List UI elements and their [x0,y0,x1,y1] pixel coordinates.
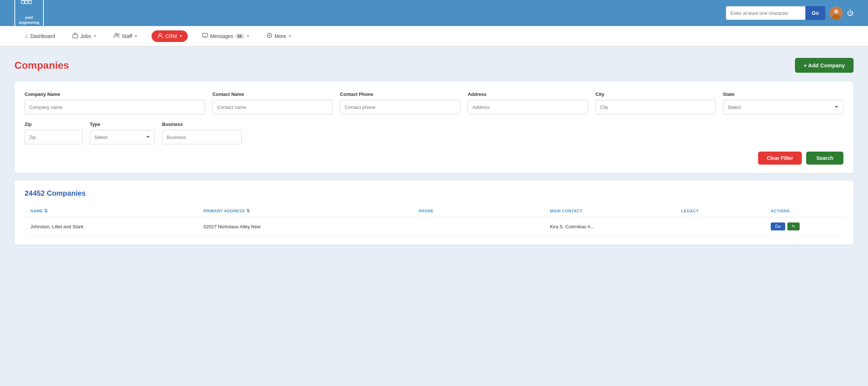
header: pool engineering inc. Go ⏻ [0,0,868,26]
add-company-button[interactable]: + Add Company [795,58,854,73]
zip-group: Zip [25,122,82,144]
nav-label-staff: Staff [122,33,132,39]
th-contact-label: MAIN CONTACT [550,209,582,213]
th-primary-address[interactable]: PRIMARY ADDRESS ⇅ [204,208,413,213]
search-button[interactable]: Search [806,152,843,165]
svg-point-11 [118,33,119,35]
power-icon[interactable]: ⏻ [847,9,854,17]
row-action-edit-button[interactable]: ✎ [787,222,800,230]
contact-phone-input[interactable] [340,100,460,114]
contact-name-group: Contact Name [212,92,333,114]
jobs-chevron-icon: ▾ [94,34,96,38]
td-main-contact: Kira S. Czernikau h... [550,224,675,229]
contact-phone-group: Contact Phone [340,92,460,114]
results-count: 24452 Companies [25,189,843,198]
dashboard-icon: ⌂ [25,33,28,39]
contact-name-label: Contact Name [212,92,333,97]
td-actions: Go ✎ [771,222,838,230]
filter-row-2: Zip Type Select Business [25,122,843,144]
header-search-input[interactable] [726,6,805,20]
row-action-go-button[interactable]: Go [771,222,785,230]
td-company-name: Johnston, Littel and Stark [30,224,198,229]
th-name[interactable]: NAME ⇅ [30,208,198,213]
state-label: State [723,92,843,97]
svg-rect-9 [73,34,78,38]
th-phone: PHONE [418,208,544,213]
company-name-group: Company Name [25,92,205,114]
nav-label-crm: CRM [165,33,177,39]
nav-item-more[interactable]: More ▾ [264,31,294,41]
th-main-contact: MAIN CONTACT [550,208,675,213]
results-card: 24452 Companies NAME ⇅ PRIMARY ADDRESS ⇅… [14,181,854,245]
company-name-label: Company Name [25,92,205,97]
avatar[interactable] [830,7,843,20]
address-input[interactable] [468,100,588,114]
nav-item-jobs[interactable]: Jobs ▾ [69,31,99,41]
table-row: Johnston, Littel and Stark 02027 Nichola… [25,217,843,236]
svg-rect-3 [21,1,24,4]
clear-filter-button[interactable]: Clear Filter [758,152,802,165]
logo-line2: engineering [19,21,39,25]
page-title: Companies [14,60,69,71]
logo: pool engineering inc. [14,0,44,33]
jobs-icon [72,33,78,40]
business-label: Business [162,122,242,127]
th-legacy: LEGACY [681,208,765,213]
messages-badge: 56 [235,34,244,39]
filter-row-1: Company Name Contact Name Contact Phone … [25,92,843,114]
nav-label-more: More [275,33,286,39]
td-primary-address: 02027 Nicholaus Alley New [204,224,413,229]
state-group: State Select [723,92,843,114]
header-right: Go ⏻ [726,6,854,20]
city-input[interactable] [595,100,716,114]
staff-icon [114,33,120,40]
th-address-label: PRIMARY ADDRESS [204,209,245,213]
address-label: Address [468,92,588,97]
business-input[interactable] [162,130,242,144]
business-group: Business [162,122,242,144]
th-actions: ACTIONS [771,208,838,213]
svg-point-15 [269,35,270,36]
city-group: City [595,92,716,114]
table-header: NAME ⇅ PRIMARY ADDRESS ⇅ PHONE MAIN CONT… [25,205,843,217]
th-name-label: NAME [30,209,43,213]
address-sort-icon: ⇅ [246,208,250,213]
type-select[interactable]: Select [90,130,155,144]
contact-name-input[interactable] [212,100,333,114]
svg-point-10 [115,33,117,35]
nav-bar: ⌂ Dashboard Jobs ▾ Staff ▾ [0,26,868,46]
nav-label-jobs: Jobs [80,33,91,39]
type-label: Type [90,122,155,127]
svg-rect-13 [203,33,208,37]
more-chevron-icon: ▾ [289,34,291,38]
nav-item-staff[interactable]: Staff ▾ [111,31,140,41]
th-actions-label: ACTIONS [771,209,790,213]
svg-rect-5 [29,1,31,4]
company-name-input[interactable] [25,100,205,114]
state-select[interactable]: Select [723,100,843,114]
go-button[interactable]: Go [805,6,825,20]
name-sort-icon: ⇅ [44,208,48,213]
zip-label: Zip [25,122,82,127]
nav-item-messages[interactable]: Messages 56 ▾ [199,31,252,41]
logo-line1: pool [25,16,33,20]
contact-phone-label: Contact Phone [340,92,460,97]
staff-chevron-icon: ▾ [135,34,137,38]
messages-chevron-icon: ▾ [247,34,249,38]
svg-rect-4 [25,1,28,4]
svg-point-7 [834,9,838,14]
more-icon [267,33,272,40]
nav-item-crm[interactable]: CRM ▾ [152,30,188,42]
messages-icon [202,33,208,40]
th-phone-label: PHONE [418,209,434,213]
logo-line3: inc. [26,26,32,30]
zip-input[interactable] [25,130,82,144]
page-header: Companies + Add Company [14,58,854,73]
nav-label-messages: Messages [210,33,233,39]
nav-label-dashboard: Dashboard [30,33,55,39]
page-content: Companies + Add Company Company Name Con… [0,46,868,256]
crm-icon [157,33,163,40]
type-group: Type Select [90,122,155,144]
logo-area: pool engineering inc. [14,0,44,33]
nav-item-dashboard[interactable]: ⌂ Dashboard [22,31,58,41]
